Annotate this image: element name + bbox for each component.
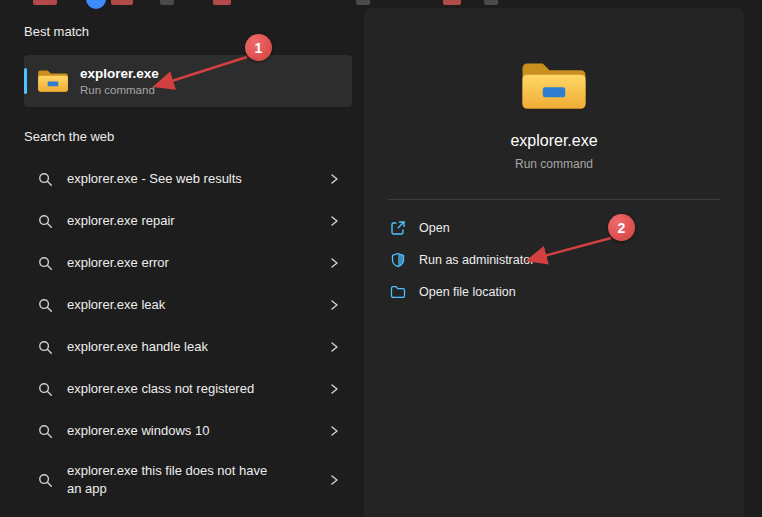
annotation-step-1: 1 — [245, 34, 272, 61]
chevron-right-icon[interactable] — [328, 215, 340, 227]
chevron-right-icon[interactable] — [328, 257, 340, 269]
preview-subtitle: Run command — [515, 157, 593, 171]
preview-panel: explorer.exe Run command Open Run as adm… — [364, 8, 744, 517]
admin-shield-icon — [390, 252, 406, 268]
action-label: Run as administrator — [419, 253, 534, 267]
suggestion-text: explorer.exe - See web results — [67, 170, 282, 188]
best-match-text: explorer.exe Run command — [80, 66, 159, 96]
search-icon — [38, 214, 53, 229]
folder-outline-icon — [390, 284, 406, 300]
action-label: Open — [419, 221, 450, 235]
suggestion-text: explorer.exe handle leak — [67, 338, 282, 356]
selection-accent-bar — [24, 68, 27, 94]
folder-icon — [36, 67, 70, 95]
search-icon — [38, 382, 53, 397]
search-icon — [38, 340, 53, 355]
search-icon — [38, 256, 53, 271]
suggestion-text: explorer.exe repair — [67, 212, 282, 230]
chevron-right-icon[interactable] — [328, 474, 340, 486]
suggestion-text: explorer.exe error — [67, 254, 282, 272]
cropped-tab — [33, 0, 57, 5]
web-suggestion-row[interactable]: explorer.exe handle leak — [24, 326, 352, 368]
web-suggestions-list: explorer.exe - See web results explorer.… — [24, 158, 352, 508]
divider — [388, 199, 720, 200]
chevron-right-icon[interactable] — [328, 383, 340, 395]
action-list: Open Run as administrator Open file loca… — [364, 212, 744, 308]
action-label: Open file location — [419, 285, 516, 299]
web-suggestion-row[interactable]: explorer.exe this file does not have an … — [24, 452, 352, 508]
cropped-tab — [356, 0, 370, 5]
chevron-right-icon[interactable] — [328, 341, 340, 353]
cropped-tab — [160, 0, 174, 5]
web-suggestion-row[interactable]: explorer.exe leak — [24, 284, 352, 326]
search-the-web-header: Search the web — [24, 129, 352, 144]
start-search-results: Best match explorer.exe Run command Sear… — [0, 0, 762, 517]
web-suggestion-row[interactable]: explorer.exe error — [24, 242, 352, 284]
cropped-tab — [443, 0, 461, 5]
action-run-as-administrator[interactable]: Run as administrator — [384, 244, 724, 276]
web-suggestion-row[interactable]: explorer.exe - See web results — [24, 158, 352, 200]
action-open[interactable]: Open — [384, 212, 724, 244]
web-suggestion-row[interactable]: explorer.exe repair — [24, 200, 352, 242]
action-open-file-location[interactable]: Open file location — [384, 276, 724, 308]
suggestion-text: explorer.exe this file does not have an … — [67, 462, 282, 497]
chevron-right-icon[interactable] — [328, 173, 340, 185]
best-match-subtitle: Run command — [80, 84, 159, 96]
suggestion-text: explorer.exe windows 10 — [67, 422, 282, 440]
web-suggestion-row[interactable]: explorer.exe windows 10 — [24, 410, 352, 452]
best-match-header: Best match — [24, 24, 352, 39]
search-results-column: Best match explorer.exe Run command Sear… — [24, 24, 352, 508]
best-match-item-explorer[interactable]: explorer.exe Run command — [24, 55, 352, 107]
search-icon — [38, 172, 53, 187]
chevron-right-icon[interactable] — [328, 299, 340, 311]
cropped-tab — [111, 0, 133, 5]
suggestion-text: explorer.exe class not registered — [67, 380, 282, 398]
cropped-tab — [484, 0, 498, 5]
search-icon — [38, 298, 53, 313]
cropped-blue-icon — [86, 0, 106, 9]
web-suggestion-row[interactable]: explorer.exe class not registered — [24, 368, 352, 410]
folder-icon-large — [518, 56, 590, 116]
annotation-step-2: 2 — [608, 214, 635, 241]
suggestion-text: explorer.exe leak — [67, 296, 282, 314]
search-icon — [38, 473, 53, 488]
best-match-title: explorer.exe — [80, 66, 159, 81]
cropped-tab — [213, 0, 231, 5]
open-icon — [390, 220, 406, 236]
search-icon — [38, 424, 53, 439]
chevron-right-icon[interactable] — [328, 425, 340, 437]
preview-title: explorer.exe — [510, 132, 597, 150]
